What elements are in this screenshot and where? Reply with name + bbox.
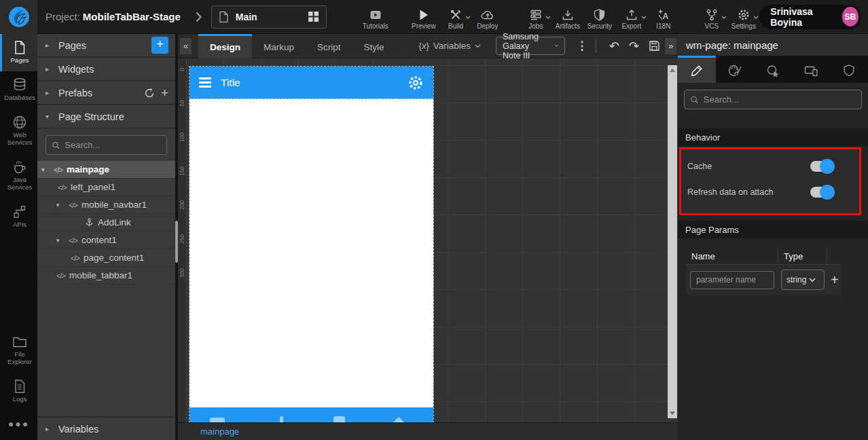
selected-widget-title: wm-page: mainpage bbox=[678, 34, 868, 56]
mobile-navbar-widget[interactable]: Title bbox=[189, 67, 433, 99]
sidebar-item-pages[interactable]: Pages bbox=[0, 34, 37, 71]
section-prefabs[interactable]: ▸ Prefabs + bbox=[37, 81, 175, 105]
deploy-button[interactable]: Deploy bbox=[471, 3, 503, 30]
refresh-prefabs-icon[interactable] bbox=[144, 88, 155, 98]
variables-button[interactable]: {x} Variables bbox=[419, 41, 481, 51]
tree-node-content1[interactable]: ▾ </> content1 bbox=[37, 232, 175, 249]
page-content-widget[interactable] bbox=[189, 99, 433, 407]
tab-markup[interactable]: Markup bbox=[252, 34, 306, 58]
sidebar-item-file-explorer[interactable]: File Explorer bbox=[0, 329, 37, 373]
wavemaker-logo-icon bbox=[7, 5, 31, 29]
page-grid-icon[interactable] bbox=[308, 11, 319, 22]
design-canvas[interactable]: 0 50 100 150 200 250 300 Title bbox=[178, 58, 678, 422]
section-page-structure[interactable]: ▾ Page Structure bbox=[37, 105, 175, 129]
tree-node-label: left_panel1 bbox=[71, 182, 115, 192]
wavemaker-studio: Project:MobileTabBar-Stage Main Tutorial… bbox=[0, 0, 868, 440]
open-page-tab[interactable]: mainpage bbox=[200, 426, 239, 437]
page-params-section-header[interactable]: Page Params bbox=[678, 221, 868, 238]
tab-script[interactable]: Script bbox=[306, 34, 352, 58]
preview-label: Preview bbox=[412, 22, 436, 30]
anchor-icon bbox=[85, 218, 94, 227]
tab-devices[interactable] bbox=[792, 56, 830, 83]
tab-design[interactable]: Design bbox=[198, 34, 252, 58]
web-services-icon bbox=[12, 115, 27, 130]
tab-security[interactable] bbox=[830, 56, 868, 83]
tab-properties[interactable] bbox=[678, 56, 716, 83]
section-widgets[interactable]: ▸ Widgets bbox=[37, 58, 175, 81]
more-options-icon[interactable]: ●●● bbox=[0, 410, 37, 440]
add-param-button[interactable]: + bbox=[827, 272, 839, 288]
page-structure-search-input[interactable] bbox=[65, 140, 161, 150]
scroll-down-icon[interactable] bbox=[670, 411, 675, 415]
tab-styles[interactable] bbox=[716, 56, 754, 83]
tutorials-button[interactable]: Tutorials bbox=[359, 3, 391, 30]
ruler-mark: 150 bbox=[179, 162, 185, 180]
vcs-caret-icon bbox=[721, 16, 727, 19]
behavior-section-header[interactable]: Behavior bbox=[678, 128, 868, 146]
page-selector[interactable]: Main bbox=[211, 5, 327, 29]
sidebar-item-apis[interactable]: APIs bbox=[0, 198, 37, 236]
expand-caret-icon[interactable]: ▾ bbox=[41, 166, 50, 173]
sidebar-item-web-services[interactable]: Web Services bbox=[0, 109, 37, 153]
sidebar-item-logs[interactable]: Logs bbox=[0, 373, 37, 410]
build-button[interactable]: Build bbox=[439, 3, 471, 30]
jobs-button[interactable]: Jobs bbox=[520, 3, 551, 30]
expand-caret-icon[interactable]: ▾ bbox=[56, 202, 65, 208]
section-pages[interactable]: ▸ Pages + bbox=[37, 34, 175, 58]
tabbar-icon-fragment bbox=[280, 416, 283, 422]
activity-bar: Pages Databases Web Services Java Servic… bbox=[0, 34, 37, 440]
save-icon[interactable] bbox=[649, 40, 660, 52]
device-select[interactable]: Samsung Galaxy Note III bbox=[496, 37, 565, 55]
tree-node-addlink[interactable]: AddLink bbox=[37, 214, 175, 232]
i18n-button[interactable]: A I18N bbox=[647, 3, 679, 30]
tree-node-left-panel1[interactable]: </> left_panel1 bbox=[37, 179, 175, 196]
undo-icon[interactable]: ↶ bbox=[609, 40, 619, 52]
export-button[interactable]: Export bbox=[615, 3, 647, 30]
page-title[interactable]: Title bbox=[221, 77, 398, 89]
tab-style[interactable]: Style bbox=[352, 34, 396, 58]
add-prefab-icon[interactable]: + bbox=[161, 86, 168, 99]
mobile-tabbar-widget[interactable] bbox=[189, 407, 433, 422]
phone-preview[interactable]: Title bbox=[189, 67, 433, 422]
preview-button[interactable]: Preview bbox=[408, 3, 439, 30]
type-select-caret-icon bbox=[809, 278, 816, 282]
navbar-gear-icon[interactable] bbox=[408, 75, 424, 91]
topbar: Project:MobileTabBar-Stage Main Tutorial… bbox=[0, 0, 868, 34]
expand-right-panel-icon[interactable]: » bbox=[665, 38, 676, 54]
project-name: MobileTabBar-Stage bbox=[83, 11, 181, 22]
wavemaker-logo[interactable] bbox=[0, 0, 37, 34]
expand-caret-icon[interactable]: ▾ bbox=[56, 237, 65, 244]
canvas-scrollbar[interactable] bbox=[668, 65, 677, 418]
sidebar-item-databases[interactable]: Databases bbox=[0, 71, 37, 109]
more-actions-icon[interactable]: ⋮ bbox=[576, 39, 587, 53]
properties-search[interactable] bbox=[684, 90, 862, 109]
tree-node-mobile-tabbar1[interactable]: </> mobile_tabbar1 bbox=[37, 267, 175, 285]
add-page-button[interactable]: + bbox=[151, 37, 168, 54]
search-icon bbox=[690, 95, 699, 105]
variables-section-label: Variables bbox=[58, 424, 168, 435]
palette-icon bbox=[728, 65, 742, 77]
settings-button[interactable]: Settings bbox=[727, 3, 759, 30]
tree-node-mainpage[interactable]: ▾ </> mainpage bbox=[37, 161, 175, 179]
user-menu[interactable]: Srinivasa Boyina SB bbox=[759, 5, 861, 29]
properties-search-input[interactable] bbox=[704, 94, 856, 105]
hamburger-menu-icon[interactable] bbox=[199, 77, 211, 88]
param-name-input[interactable] bbox=[690, 271, 774, 289]
artifacts-button[interactable]: Artifacts bbox=[551, 3, 583, 30]
sidebar-item-java-services[interactable]: Java Services bbox=[0, 153, 37, 198]
tab-events[interactable] bbox=[754, 56, 792, 83]
cache-toggle[interactable] bbox=[810, 161, 833, 172]
page-structure-search[interactable] bbox=[46, 135, 167, 155]
refresh-data-toggle[interactable] bbox=[810, 187, 833, 198]
param-type-select[interactable]: string bbox=[781, 270, 825, 290]
redo-icon[interactable]: ↷ bbox=[629, 40, 639, 52]
scroll-up-icon[interactable] bbox=[670, 69, 675, 72]
security-button[interactable]: Security bbox=[583, 3, 615, 30]
tree-node-mobile-navbar1[interactable]: ▾ </> mobile_navbar1 bbox=[37, 196, 175, 214]
vcs-button[interactable]: VCS bbox=[695, 3, 727, 30]
tree-node-label: AddLink bbox=[98, 217, 131, 227]
devices-icon bbox=[804, 65, 818, 77]
section-variables[interactable]: ▸ Variables bbox=[37, 416, 175, 440]
collapse-left-panel-icon[interactable]: « bbox=[180, 38, 192, 54]
tree-node-page-content1[interactable]: </> page_content1 bbox=[37, 249, 175, 267]
